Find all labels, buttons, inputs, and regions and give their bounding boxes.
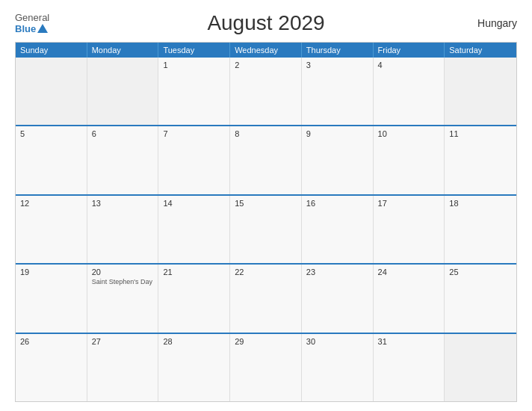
day-cell: 24 [374,265,445,332]
page-title: August 2029 [207,11,324,35]
header: General Blue August 2029 Hungary [15,12,517,34]
day-cell [87,58,159,125]
day-cell: 15 [230,196,302,263]
day-cell [445,58,516,125]
logo-general-text: General [15,12,49,23]
day-cell: 11 [445,126,516,194]
day-cell: 18 [445,196,516,263]
day-cell: 8 [230,126,302,194]
day-cell: 21 [158,265,230,332]
page: General Blue August 2029 Hungary Sunday … [0,0,532,411]
day-headers-row: Sunday Monday Tuesday Wednesday Thursday… [16,43,516,58]
week-row-4: 19 20 Saint Stephen's Day 21 22 23 24 25 [16,265,516,333]
day-cell: 5 [16,126,87,194]
header-thursday: Thursday [302,43,374,58]
day-cell: 16 [302,196,374,263]
calendar: Sunday Monday Tuesday Wednesday Thursday… [15,42,517,402]
day-cell: 30 [302,334,374,401]
logo: General Blue [15,12,49,34]
day-cell: 29 [230,334,302,401]
day-cell: 4 [374,58,445,125]
event-saint-stephens: Saint Stephen's Day [92,278,154,286]
day-cell: 3 [302,58,374,125]
day-cell-20: 20 Saint Stephen's Day [87,265,159,332]
day-cell: 25 [445,265,516,332]
country-label: Hungary [477,17,517,29]
day-cell: 7 [158,126,230,194]
day-cell: 2 [230,58,302,125]
day-cell: 13 [87,196,159,263]
day-cell [16,58,87,125]
day-cell: 28 [158,334,230,401]
week-row-2: 5 6 7 8 9 10 11 [16,126,516,195]
day-cell: 31 [374,334,445,401]
weeks-container: 1 2 3 4 5 6 7 8 9 10 11 12 13 14 15 [16,58,516,401]
day-cell: 6 [87,126,159,194]
header-tuesday: Tuesday [158,43,230,58]
week-row-5: 26 27 28 29 30 31 [16,334,516,401]
day-cell: 23 [302,265,374,332]
day-cell: 9 [302,126,374,194]
day-cell: 19 [16,265,87,332]
header-friday: Friday [374,43,445,58]
day-cell: 17 [374,196,445,263]
day-cell [445,334,516,401]
day-cell: 10 [374,126,445,194]
header-sunday: Sunday [16,43,87,58]
day-cell: 12 [16,196,87,263]
day-cell: 27 [87,334,159,401]
week-row-3: 12 13 14 15 16 17 18 [16,196,516,265]
header-wednesday: Wednesday [230,43,302,58]
week-row-1: 1 2 3 4 [16,58,516,126]
day-cell: 22 [230,265,302,332]
day-cell: 26 [16,334,87,401]
logo-triangle-icon [37,24,48,33]
logo-blue-text: Blue [15,23,36,34]
header-saturday: Saturday [445,43,516,58]
day-cell: 1 [158,58,230,125]
day-cell: 14 [158,196,230,263]
header-monday: Monday [87,43,159,58]
